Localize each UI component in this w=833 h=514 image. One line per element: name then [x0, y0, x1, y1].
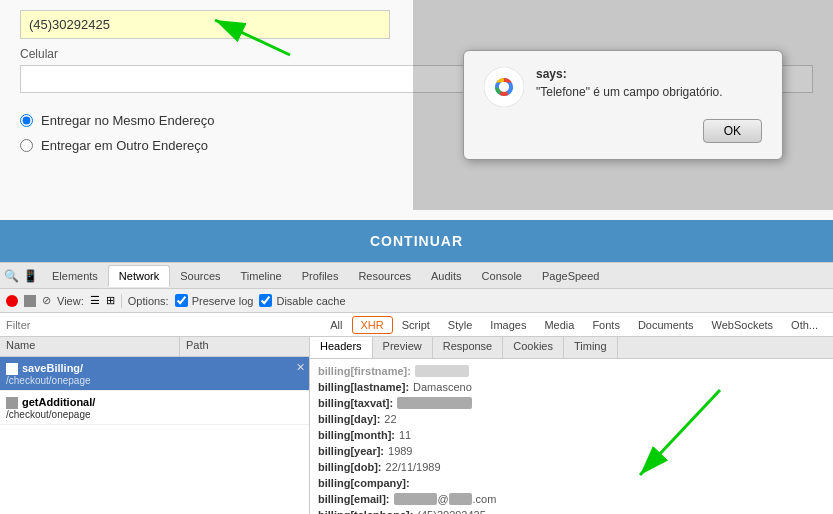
- tab-elements[interactable]: Elements: [42, 266, 108, 286]
- detail-row-lastname: billing[lastname]: Damasceno: [318, 379, 825, 395]
- type-tab-images[interactable]: Images: [481, 316, 535, 334]
- filter-input[interactable]: [6, 319, 317, 331]
- tab-network[interactable]: Network: [108, 265, 170, 287]
- detail-row-year: billing[year]: 1989: [318, 443, 825, 459]
- detail-row-taxvat: billing[taxvat]: ●●●●●●●●●●: [318, 395, 825, 411]
- detail-row-0: billing[firstname]: ●●●●●●●: [318, 363, 825, 379]
- tab-console[interactable]: Console: [472, 266, 532, 286]
- continuar-text: CONTINUAR: [370, 233, 463, 249]
- tab-timeline[interactable]: Timeline: [231, 266, 292, 286]
- req-path-getadditional: /checkout/onepage: [6, 409, 303, 420]
- devtools-tabs: 🔍 📱 Elements Network Sources Timeline Pr…: [0, 263, 833, 289]
- chrome-icon: [484, 67, 524, 107]
- dialog-says: says:: [536, 67, 762, 81]
- tab-sources[interactable]: Sources: [170, 266, 230, 286]
- detail-row-month: billing[month]: 11: [318, 427, 825, 443]
- disable-cache-label: Disable cache: [276, 295, 345, 307]
- type-tab-style[interactable]: Style: [439, 316, 481, 334]
- req-name-getadditional: getAdditional/: [22, 396, 95, 408]
- detail-row-telephone: billing[telephone]: (45)30292425: [318, 507, 825, 514]
- devtools-main: Name Path ✕ saveBilling/ /checkout/onepa…: [0, 337, 833, 514]
- detail-tab-preview[interactable]: Preview: [373, 337, 433, 358]
- radio-same-label: Entregar no Mesmo Endereço: [41, 113, 214, 128]
- radio-other[interactable]: [20, 139, 33, 152]
- req-name-savebilling: saveBilling/: [22, 362, 83, 374]
- tab-resources[interactable]: Resources: [348, 266, 421, 286]
- radio-other-label: Entregar em Outro Endereço: [41, 138, 208, 153]
- request-list: Name Path ✕ saveBilling/ /checkout/onepa…: [0, 337, 310, 514]
- request-row-savebilling[interactable]: ✕ saveBilling/ /checkout/onepage: [0, 357, 309, 391]
- disable-cache-checkbox[interactable]: [259, 294, 272, 307]
- preserve-log-label: Preserve log: [192, 295, 254, 307]
- type-tab-media[interactable]: Media: [535, 316, 583, 334]
- type-tab-all[interactable]: All: [321, 316, 351, 334]
- type-tab-websockets[interactable]: WebSockets: [703, 316, 783, 334]
- phone-input[interactable]: [20, 10, 390, 39]
- tab-profiles[interactable]: Profiles: [292, 266, 349, 286]
- form-area: Celular Entregar no Mesmo Endereço Entre…: [0, 0, 833, 220]
- dialog-header: says: "Telefone" é um campo obrigatório.: [484, 67, 762, 107]
- req-path-savebilling: /checkout/onepage: [6, 375, 303, 386]
- devtools-phone-icon[interactable]: 📱: [23, 269, 38, 283]
- type-tab-xhr[interactable]: XHR: [352, 316, 393, 334]
- preserve-log-group: Preserve log: [175, 294, 254, 307]
- devtools-toolbar: ⊘ View: ☰ ⊞ Options: Preserve log Disabl…: [0, 289, 833, 313]
- options-label: Options:: [128, 295, 169, 307]
- type-tab-documents[interactable]: Documents: [629, 316, 703, 334]
- filter-bar: All XHR Script Style Images Media Fonts …: [0, 313, 833, 337]
- radio-same[interactable]: [20, 114, 33, 127]
- type-tab-script[interactable]: Script: [393, 316, 439, 334]
- continuar-bar[interactable]: CONTINUAR: [0, 220, 833, 262]
- dialog-footer: OK: [484, 119, 762, 143]
- detail-tab-response[interactable]: Response: [433, 337, 504, 358]
- row-icon-savebilling: [6, 363, 18, 375]
- detail-row-day: billing[day]: 22: [318, 411, 825, 427]
- grid-view-icon[interactable]: ⊞: [106, 294, 115, 307]
- filter-icon[interactable]: ⊘: [42, 294, 51, 307]
- detail-tab-headers[interactable]: Headers: [310, 337, 373, 358]
- ok-button[interactable]: OK: [703, 119, 762, 143]
- detail-row-email: billing[email]: ●●●●●●@●●●.com: [318, 491, 825, 507]
- col-name: Name: [0, 337, 180, 356]
- record-button[interactable]: [6, 295, 18, 307]
- row-icon-getadditional: [6, 397, 18, 409]
- tab-audits[interactable]: Audits: [421, 266, 472, 286]
- detail-tab-cookies[interactable]: Cookies: [503, 337, 564, 358]
- close-icon[interactable]: ✕: [296, 361, 305, 374]
- stop-button[interactable]: [24, 295, 36, 307]
- tab-pagespeed[interactable]: PageSpeed: [532, 266, 610, 286]
- type-tabs: All XHR Script Style Images Media Fonts …: [321, 316, 827, 334]
- list-view-icon[interactable]: ☰: [90, 294, 100, 307]
- preserve-log-checkbox[interactable]: [175, 294, 188, 307]
- phone-field: [20, 10, 390, 39]
- view-label: View:: [57, 295, 84, 307]
- dialog-box: says: "Telefone" é um campo obrigatório.…: [463, 50, 783, 160]
- request-rows: ✕ saveBilling/ /checkout/onepage getAddi…: [0, 357, 309, 514]
- detail-row-company: billing[company]:: [318, 475, 825, 491]
- type-tab-other[interactable]: Oth...: [782, 316, 827, 334]
- detail-tab-timing[interactable]: Timing: [564, 337, 618, 358]
- detail-panel: Headers Preview Response Cookies Timing …: [310, 337, 833, 514]
- svg-point-4: [499, 82, 509, 92]
- type-tab-fonts[interactable]: Fonts: [583, 316, 629, 334]
- detail-row-dob: billing[dob]: 22/11/1989: [318, 459, 825, 475]
- dialog-message: "Telefone" é um campo obrigatório.: [536, 85, 762, 99]
- devtools-search-icon[interactable]: 🔍: [4, 269, 19, 283]
- detail-tabs: Headers Preview Response Cookies Timing: [310, 337, 833, 359]
- request-row-getadditional[interactable]: getAdditional/ /checkout/onepage: [0, 391, 309, 425]
- request-list-header: Name Path: [0, 337, 309, 357]
- detail-content: billing[firstname]: ●●●●●●● billing[last…: [310, 359, 833, 514]
- dialog-text-area: says: "Telefone" é um campo obrigatório.: [536, 67, 762, 99]
- devtools-panel: 🔍 📱 Elements Network Sources Timeline Pr…: [0, 262, 833, 514]
- disable-cache-group: Disable cache: [259, 294, 345, 307]
- dialog-overlay: says: "Telefone" é um campo obrigatório.…: [413, 0, 833, 210]
- col-path: Path: [180, 337, 215, 356]
